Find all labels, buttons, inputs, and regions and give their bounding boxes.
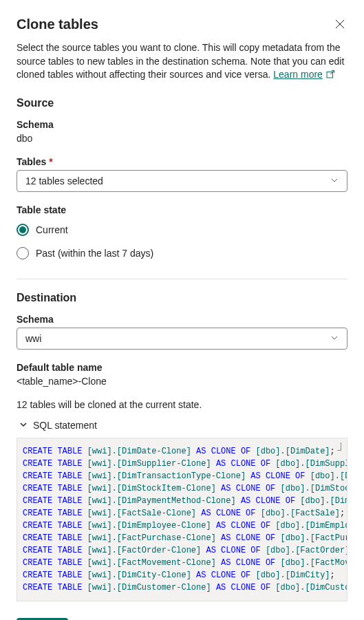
- external-link-icon: [325, 70, 335, 83]
- intro-text: Select the source tables you want to clo…: [17, 41, 347, 83]
- default-name-label: Default table name: [17, 362, 347, 373]
- svg-line-3: [330, 71, 334, 75]
- radio-icon-unchecked: [17, 247, 29, 259]
- required-asterisk: *: [49, 156, 52, 167]
- learn-more-link[interactable]: Learn more: [273, 69, 335, 80]
- copy-icon[interactable]: [337, 442, 341, 451]
- radio-current-label: Current: [36, 224, 68, 235]
- close-icon: [335, 20, 345, 31]
- clone-summary: 12 tables will be cloned at the current …: [17, 399, 347, 410]
- radio-past[interactable]: Past (within the last 7 days): [17, 242, 347, 265]
- sql-line: CREATE TABLE [wwi].[DimDate-Clone] AS CL…: [23, 445, 341, 458]
- chevron-down-icon: [19, 420, 28, 431]
- sql-line: CREATE TABLE [wwi].[FactMovement-Clone] …: [23, 557, 341, 569]
- dest-schema-dropdown[interactable]: wwi: [17, 328, 347, 350]
- tables-label: Tables *: [17, 156, 347, 167]
- sql-line: CREATE TABLE [wwi].[DimStockItem-Clone] …: [23, 482, 341, 495]
- sql-line: CREATE TABLE [wwi].[DimEmployee-Clone] A…: [23, 520, 341, 532]
- dialog-title: Clone tables: [17, 17, 98, 32]
- sql-line: CREATE TABLE [wwi].[DimTransactionType-C…: [23, 470, 341, 482]
- default-name-value: <table_name>-Clone: [17, 376, 347, 387]
- dest-schema-label: Schema: [17, 314, 347, 325]
- sql-statement-toggle[interactable]: SQL statement: [17, 420, 347, 431]
- dest-schema-value: wwi: [25, 333, 41, 344]
- source-schema-value: dbo: [17, 133, 347, 144]
- section-divider: [17, 279, 347, 279]
- source-heading: Source: [17, 97, 347, 109]
- close-button[interactable]: [332, 17, 347, 33]
- sql-code-block[interactable]: CREATE TABLE [wwi].[DimDate-Clone] AS CL…: [17, 438, 347, 601]
- sql-line: CREATE TABLE [wwi].[DimSupplier-Clone] A…: [23, 458, 341, 470]
- radio-past-label: Past (within the last 7 days): [36, 248, 153, 259]
- table-state-label: Table state: [17, 204, 347, 215]
- sql-line: CREATE TABLE [wwi].[DimCity-Clone] AS CL…: [23, 569, 341, 581]
- destination-heading: Destination: [17, 292, 347, 304]
- radio-current[interactable]: Current: [17, 218, 347, 242]
- tables-dropdown-value: 12 tables selected: [25, 175, 103, 186]
- sql-line: CREATE TABLE [wwi].[FactOrder-Clone] AS …: [23, 544, 341, 557]
- sql-line: CREATE TABLE [wwi].[FactPurchase-Clone] …: [23, 532, 341, 544]
- chevron-down-icon: [330, 333, 339, 344]
- learn-more-label: Learn more: [273, 69, 323, 80]
- sql-statement-label: SQL statement: [33, 420, 97, 431]
- sql-line: CREATE TABLE [wwi].[DimCustomer-Clone] A…: [23, 581, 341, 594]
- radio-icon-checked: [17, 224, 29, 236]
- tables-label-text: Tables: [17, 156, 46, 167]
- sql-line: CREATE TABLE [wwi].[DimPaymentMethod-Clo…: [23, 495, 341, 507]
- chevron-down-icon: [330, 175, 339, 186]
- source-schema-label: Schema: [17, 119, 347, 130]
- sql-line: CREATE TABLE [wwi].[FactSale-Clone] AS C…: [23, 507, 341, 520]
- tables-dropdown[interactable]: 12 tables selected: [17, 170, 347, 192]
